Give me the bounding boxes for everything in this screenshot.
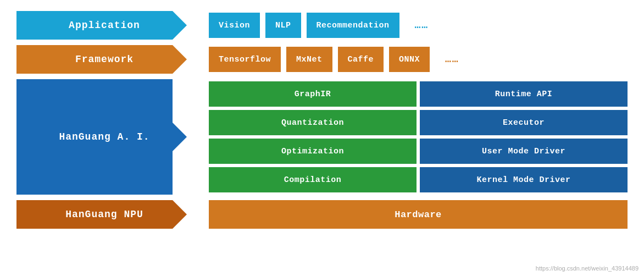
hanguang-ai-row: HanGuang A. I. GraphIR Runtime API Quant… [16,79,628,195]
hanguang-ai-arrow: HanGuang A. I. [16,79,187,195]
chip-user-mode-driver: User Mode Driver [420,139,628,164]
framework-label: Framework [70,54,134,65]
chip-recommendation: Recommendation [307,13,399,38]
chip-kernel-mode-driver: Kernel Mode Driver [420,167,628,192]
chip-quantization: Quantization [209,110,417,135]
hanguang-ai-label: HanGuang A. I. [53,131,149,142]
chip-caffe: Caffe [338,47,384,72]
hanguang-npu-label: HanGuang NPU [60,209,143,220]
framework-chips: Tensorflow MxNet Caffe ONNX …… [209,47,628,72]
application-row: Application Vision NLP Recommendation …… [16,11,628,40]
framework-arrow: Framework [16,45,187,74]
chip-dots-app: …… [405,13,439,38]
application-chips: Vision NLP Recommendation …… [209,13,628,38]
npu-chips: Hardware [209,200,628,229]
chip-vision: Vision [209,13,260,38]
hanguang-ai-chips: GraphIR Runtime API Quantization Executo… [209,81,628,192]
watermark: https://blog.csdn.net/weixin_43914489 [536,265,639,272]
chip-compilation: Compilation [209,167,417,192]
hanguang-npu-arrow: HanGuang NPU [16,200,187,229]
chip-runtime-api: Runtime API [420,81,628,107]
framework-row: Framework Tensorflow MxNet Caffe ONNX …… [16,45,628,74]
hanguang-npu-row: HanGuang NPU Hardware [16,200,628,229]
chip-dots-fw: …… [435,47,469,72]
diagram: Application Vision NLP Recommendation ……… [0,0,644,276]
chip-mxnet: MxNet [286,47,332,72]
application-label: Application [63,20,140,31]
chip-onnx: ONNX [389,47,430,72]
chip-executor: Executor [420,110,628,135]
chip-graphir: GraphIR [209,81,417,107]
application-arrow: Application [16,11,187,40]
chip-optimization: Optimization [209,139,417,164]
chip-tensorflow: Tensorflow [209,47,281,72]
chip-nlp: NLP [265,13,301,38]
chip-hardware: Hardware [209,200,628,229]
